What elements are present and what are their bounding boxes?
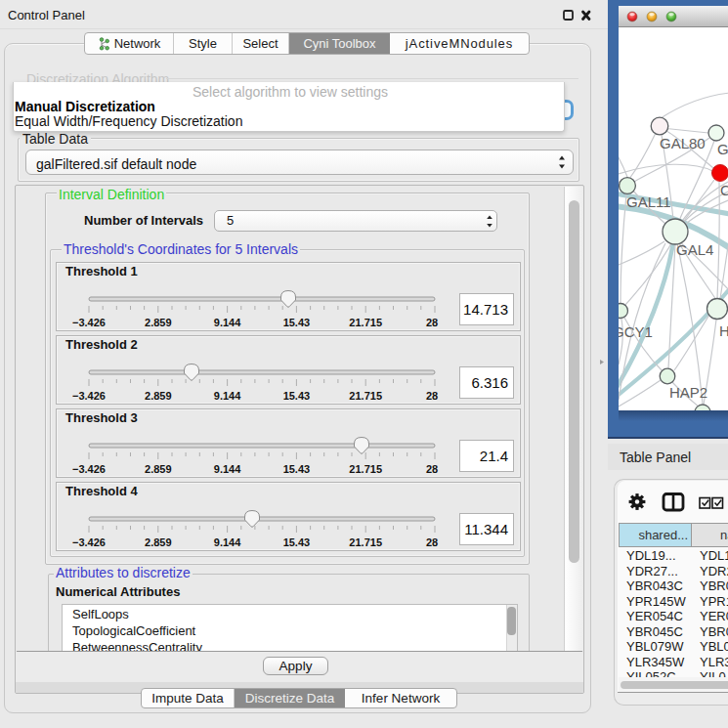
svg-text:15.43: 15.43	[283, 463, 311, 475]
svg-text:−3.426: −3.426	[72, 317, 106, 328]
svg-text:GCY1: GCY1	[619, 323, 653, 340]
svg-text:21.715: 21.715	[349, 390, 382, 402]
svg-text:2.859: 2.859	[145, 463, 172, 475]
svg-text:15.43: 15.43	[283, 390, 311, 402]
svg-text:HAP2: HAP2	[669, 384, 707, 401]
svg-text:9.144: 9.144	[214, 536, 241, 548]
svg-text:9.144: 9.144	[214, 463, 241, 475]
svg-text:9.144: 9.144	[214, 390, 241, 402]
svg-text:GAL11: GAL11	[626, 193, 671, 210]
svg-text:−3.426: −3.426	[72, 390, 106, 402]
svg-text:28: 28	[426, 536, 438, 548]
svg-text:21.715: 21.715	[349, 536, 382, 548]
svg-text:GAL80: GAL80	[660, 135, 706, 151]
svg-text:15.43: 15.43	[283, 317, 311, 328]
svg-text:28: 28	[426, 463, 438, 475]
svg-text:GA: GA	[717, 141, 728, 157]
svg-text:2.859: 2.859	[145, 390, 172, 402]
svg-text:9.144: 9.144	[214, 317, 241, 328]
svg-text:28: 28	[426, 317, 438, 328]
svg-text:−3.426: −3.426	[72, 463, 106, 475]
svg-text:C: C	[720, 182, 728, 198]
svg-text:2.859: 2.859	[145, 536, 172, 548]
svg-text:21.715: 21.715	[349, 317, 382, 328]
svg-text:21.715: 21.715	[349, 463, 382, 475]
svg-text:H: H	[719, 322, 728, 339]
svg-text:GAL4: GAL4	[676, 241, 713, 258]
svg-text:28: 28	[426, 390, 438, 402]
svg-text:−3.426: −3.426	[72, 536, 106, 548]
svg-text:15.43: 15.43	[283, 536, 311, 548]
svg-text:2.859: 2.859	[145, 317, 172, 328]
